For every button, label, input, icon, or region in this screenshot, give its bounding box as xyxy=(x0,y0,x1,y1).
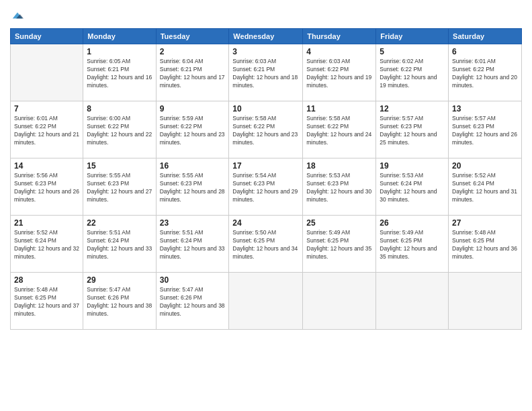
calendar-cell: 7Sunrise: 6:01 AMSunset: 6:22 PMDaylight… xyxy=(11,101,83,158)
calendar-header-row: SundayMondayTuesdayWednesdayThursdayFrid… xyxy=(11,29,522,44)
calendar-cell: 2Sunrise: 6:04 AMSunset: 6:21 PMDaylight… xyxy=(156,44,229,101)
day-number: 9 xyxy=(160,104,226,113)
day-number: 2 xyxy=(160,47,226,56)
calendar-week-row: 28Sunrise: 5:48 AMSunset: 6:25 PMDayligh… xyxy=(11,273,522,330)
calendar-cell: 30Sunrise: 5:47 AMSunset: 6:26 PMDayligh… xyxy=(156,273,229,330)
day-info: Sunrise: 6:02 AMSunset: 6:22 PMDaylight:… xyxy=(380,58,445,90)
weekday-header: Wednesday xyxy=(229,29,303,44)
calendar-cell: 3Sunrise: 6:03 AMSunset: 6:21 PMDaylight… xyxy=(229,44,303,101)
day-number: 30 xyxy=(160,275,226,285)
calendar-cell: 22Sunrise: 5:51 AMSunset: 6:24 PMDayligh… xyxy=(83,216,156,273)
day-number: 7 xyxy=(14,104,79,113)
day-number: 8 xyxy=(87,104,152,113)
day-info: Sunrise: 6:01 AMSunset: 6:22 PMDaylight:… xyxy=(452,58,518,90)
day-number: 25 xyxy=(306,218,372,228)
day-info: Sunrise: 5:53 AMSunset: 6:23 PMDaylight:… xyxy=(306,172,372,204)
day-info: Sunrise: 6:03 AMSunset: 6:21 PMDaylight:… xyxy=(232,58,299,90)
day-number: 5 xyxy=(380,47,445,56)
day-info: Sunrise: 6:00 AMSunset: 6:22 PMDaylight:… xyxy=(87,115,152,147)
calendar-cell: 9Sunrise: 5:59 AMSunset: 6:22 PMDaylight… xyxy=(156,101,229,158)
calendar-cell: 26Sunrise: 5:49 AMSunset: 6:25 PMDayligh… xyxy=(376,216,449,273)
weekday-header: Tuesday xyxy=(156,29,229,44)
calendar-cell: 23Sunrise: 5:51 AMSunset: 6:24 PMDayligh… xyxy=(156,216,229,273)
day-number: 10 xyxy=(232,104,299,113)
day-number: 22 xyxy=(87,218,152,228)
day-number: 24 xyxy=(232,218,299,228)
weekday-header: Thursday xyxy=(303,29,376,44)
day-number: 17 xyxy=(232,161,299,171)
logo xyxy=(10,7,24,23)
day-info: Sunrise: 5:58 AMSunset: 6:22 PMDaylight:… xyxy=(232,115,299,147)
day-number: 29 xyxy=(87,275,152,285)
day-info: Sunrise: 5:47 AMSunset: 6:26 PMDaylight:… xyxy=(160,286,226,318)
calendar-week-row: 14Sunrise: 5:56 AMSunset: 6:23 PMDayligh… xyxy=(11,158,522,216)
day-info: Sunrise: 5:49 AMSunset: 6:25 PMDaylight:… xyxy=(306,229,372,261)
day-number: 20 xyxy=(452,161,518,171)
day-info: Sunrise: 6:05 AMSunset: 6:21 PMDaylight:… xyxy=(87,58,152,90)
calendar-cell xyxy=(303,273,376,330)
logo-text xyxy=(10,7,24,23)
calendar-cell: 4Sunrise: 6:03 AMSunset: 6:22 PMDaylight… xyxy=(303,44,376,101)
calendar-cell xyxy=(376,273,449,330)
day-info: Sunrise: 5:50 AMSunset: 6:25 PMDaylight:… xyxy=(232,229,299,261)
day-number: 15 xyxy=(87,161,152,171)
weekday-header: Monday xyxy=(83,29,156,44)
calendar-cell: 20Sunrise: 5:52 AMSunset: 6:24 PMDayligh… xyxy=(449,158,522,216)
calendar-cell: 10Sunrise: 5:58 AMSunset: 6:22 PMDayligh… xyxy=(229,101,303,158)
day-number: 27 xyxy=(452,218,518,228)
calendar-cell: 5Sunrise: 6:02 AMSunset: 6:22 PMDaylight… xyxy=(376,44,449,101)
day-info: Sunrise: 6:04 AMSunset: 6:21 PMDaylight:… xyxy=(160,58,226,90)
day-number: 11 xyxy=(306,104,372,113)
day-info: Sunrise: 5:54 AMSunset: 6:23 PMDaylight:… xyxy=(232,172,299,204)
day-number: 13 xyxy=(452,104,518,113)
day-number: 18 xyxy=(306,161,372,171)
day-info: Sunrise: 5:55 AMSunset: 6:23 PMDaylight:… xyxy=(160,172,226,204)
calendar-cell xyxy=(449,273,522,330)
day-info: Sunrise: 5:52 AMSunset: 6:24 PMDaylight:… xyxy=(14,229,79,261)
calendar-cell: 21Sunrise: 5:52 AMSunset: 6:24 PMDayligh… xyxy=(11,216,83,273)
day-info: Sunrise: 5:57 AMSunset: 6:23 PMDaylight:… xyxy=(452,115,518,147)
calendar-cell xyxy=(229,273,303,330)
day-info: Sunrise: 5:55 AMSunset: 6:23 PMDaylight:… xyxy=(87,172,152,204)
calendar-cell: 14Sunrise: 5:56 AMSunset: 6:23 PMDayligh… xyxy=(11,158,83,216)
calendar-cell: 19Sunrise: 5:53 AMSunset: 6:24 PMDayligh… xyxy=(376,158,449,216)
day-number: 1 xyxy=(87,47,152,56)
day-info: Sunrise: 6:01 AMSunset: 6:22 PMDaylight:… xyxy=(14,115,79,147)
day-info: Sunrise: 5:47 AMSunset: 6:26 PMDaylight:… xyxy=(87,286,152,318)
day-info: Sunrise: 5:51 AMSunset: 6:24 PMDaylight:… xyxy=(160,229,226,261)
calendar-week-row: 21Sunrise: 5:52 AMSunset: 6:24 PMDayligh… xyxy=(11,216,522,273)
calendar-cell: 12Sunrise: 5:57 AMSunset: 6:23 PMDayligh… xyxy=(376,101,449,158)
calendar-cell: 16Sunrise: 5:55 AMSunset: 6:23 PMDayligh… xyxy=(156,158,229,216)
calendar-cell: 13Sunrise: 5:57 AMSunset: 6:23 PMDayligh… xyxy=(449,101,522,158)
calendar-cell: 6Sunrise: 6:01 AMSunset: 6:22 PMDaylight… xyxy=(449,44,522,101)
calendar-cell: 27Sunrise: 5:48 AMSunset: 6:25 PMDayligh… xyxy=(449,216,522,273)
weekday-header: Friday xyxy=(376,29,449,44)
day-info: Sunrise: 5:58 AMSunset: 6:22 PMDaylight:… xyxy=(306,115,372,147)
day-number: 16 xyxy=(160,161,226,171)
day-info: Sunrise: 5:53 AMSunset: 6:24 PMDaylight:… xyxy=(380,172,445,204)
calendar-cell: 25Sunrise: 5:49 AMSunset: 6:25 PMDayligh… xyxy=(303,216,376,273)
calendar-week-row: 7Sunrise: 6:01 AMSunset: 6:22 PMDaylight… xyxy=(11,101,522,158)
calendar-cell: 28Sunrise: 5:48 AMSunset: 6:25 PMDayligh… xyxy=(11,273,83,330)
day-info: Sunrise: 5:51 AMSunset: 6:24 PMDaylight:… xyxy=(87,229,152,261)
day-info: Sunrise: 5:57 AMSunset: 6:23 PMDaylight:… xyxy=(380,115,445,147)
calendar-week-row: 1Sunrise: 6:05 AMSunset: 6:21 PMDaylight… xyxy=(11,44,522,101)
calendar-cell: 15Sunrise: 5:55 AMSunset: 6:23 PMDayligh… xyxy=(83,158,156,216)
day-number: 21 xyxy=(14,218,79,228)
day-info: Sunrise: 5:52 AMSunset: 6:24 PMDaylight:… xyxy=(452,172,518,204)
day-info: Sunrise: 5:49 AMSunset: 6:25 PMDaylight:… xyxy=(380,229,445,261)
day-info: Sunrise: 5:59 AMSunset: 6:22 PMDaylight:… xyxy=(160,115,226,147)
calendar-cell xyxy=(11,44,83,101)
day-info: Sunrise: 5:56 AMSunset: 6:23 PMDaylight:… xyxy=(14,172,79,204)
calendar-cell: 8Sunrise: 6:00 AMSunset: 6:22 PMDaylight… xyxy=(83,101,156,158)
calendar: SundayMondayTuesdayWednesdayThursdayFrid… xyxy=(10,28,522,330)
weekday-header: Sunday xyxy=(11,29,83,44)
day-number: 19 xyxy=(380,161,445,171)
day-number: 26 xyxy=(380,218,445,228)
weekday-header: Saturday xyxy=(449,29,522,44)
day-info: Sunrise: 6:03 AMSunset: 6:22 PMDaylight:… xyxy=(306,58,372,90)
calendar-cell: 24Sunrise: 5:50 AMSunset: 6:25 PMDayligh… xyxy=(229,216,303,273)
day-number: 28 xyxy=(14,275,79,285)
day-number: 12 xyxy=(380,104,445,113)
day-number: 14 xyxy=(14,161,79,171)
